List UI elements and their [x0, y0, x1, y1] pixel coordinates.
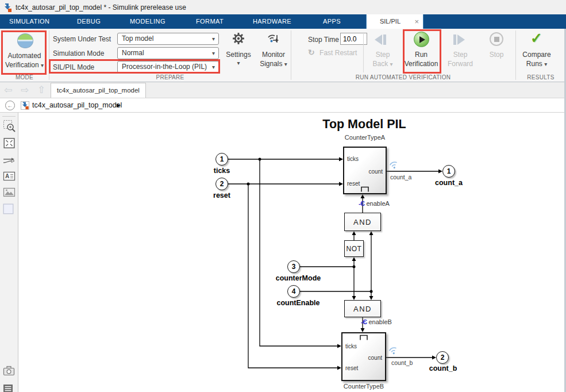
nav-back-icon[interactable]: ⇦ [4, 82, 12, 98]
inport-ticks[interactable]: 1 [215, 153, 228, 166]
signal-count-a-label: count_a [390, 174, 411, 180]
inport-countermode-label: counterMode [261, 274, 336, 282]
signal-enable-b-label: -ЄenableB [361, 318, 392, 325]
simulation-mode-select[interactable]: Normal ▾ [117, 47, 219, 59]
signal-count-b-label: count_b [391, 359, 413, 366]
inport-reset-label: reset [184, 191, 259, 199]
counter-b-block[interactable]: ticks count reset [341, 332, 386, 381]
signal-enable-a-label: -ЄenableA [359, 200, 390, 207]
image-icon[interactable] [3, 187, 16, 197]
ribbon-tab-bar: SIMULATION DEBUG MODELING FORMAT HARDWAR… [0, 14, 566, 29]
step-back-label1: Step [367, 51, 399, 59]
step-forward-label2: Forward [442, 60, 478, 68]
title-bar: tc4x_autosar_pil_top_model * - Simulink … [0, 0, 566, 14]
and-gate-a[interactable]: AND [344, 213, 381, 231]
outport-count-b[interactable]: 2 [436, 351, 449, 364]
caret-down-icon: ▾ [212, 48, 215, 59]
highlight-silpil-mode [49, 59, 220, 74]
compare-runs-label2: Runs ▾ [518, 60, 556, 68]
gear-icon [232, 32, 245, 45]
model-badge-icon [21, 101, 29, 110]
collapse-browser-icon[interactable]: ← [5, 101, 15, 110]
caret-down-icon: ▾ [544, 61, 547, 67]
nav-forward-icon[interactable]: ⇨ [21, 82, 29, 98]
ribbon-tab-format[interactable]: FORMAT [196, 14, 224, 29]
stop-time-label: Stop Time [308, 34, 339, 45]
signal-lines-icon[interactable] [3, 156, 16, 166]
stop-icon [490, 32, 503, 46]
window-title: tc4x_autosar_pil_top_model * - Simulink … [16, 3, 186, 11]
model-canvas[interactable]: Top Model PIL CounterTypeA ticks count r… [18, 113, 566, 392]
nav-up-icon[interactable]: ⇧ [37, 82, 45, 98]
step-back-label2: Back ▾ [367, 60, 399, 68]
signal-monitor-icon [390, 162, 398, 169]
section-run: RUN AUTOMATED VERIFICATION [291, 74, 515, 80]
resolve-signal-icon: -Є [361, 318, 367, 325]
ribbon-tab-hardware[interactable]: HARDWARE [253, 14, 291, 29]
zoom-region-icon[interactable] [3, 120, 16, 133]
step-back-button[interactable]: Step Back ▾ [367, 29, 399, 74]
signal-monitor-icon [389, 347, 398, 355]
counter-b-reset-pin: reset [345, 365, 358, 371]
toolstrip: Automated Verification ▾ MODE System Und… [0, 29, 566, 82]
compare-runs-label1: Compare [518, 51, 556, 59]
area-icon[interactable] [3, 203, 14, 215]
caret-down-icon: ▾ [212, 33, 215, 44]
counter-b-name: CounterTypeB [344, 383, 384, 390]
and-gate-b[interactable]: AND [344, 300, 381, 317]
document-tab[interactable]: tc4x_autosar_pil_top_model [51, 83, 146, 98]
outport-count-a-label: count_a [411, 179, 486, 187]
close-tab-icon[interactable]: × [414, 14, 419, 29]
silpil-tab-label: SIL/PIL [380, 18, 401, 25]
viewmarks-icon[interactable] [3, 384, 14, 392]
monitor-label1: Monitor [256, 51, 291, 59]
section-mode: MODE [0, 74, 49, 80]
system-under-test-select[interactable]: Top model ▾ [117, 33, 219, 45]
fast-restart-button[interactable]: ↻ Fast Restart [308, 48, 357, 57]
caret-down-icon: ▾ [223, 60, 254, 66]
counter-a-ticks-pin: ticks [347, 156, 359, 162]
highlight-run-verification [403, 29, 441, 74]
counter-a-reset-pin: reset [347, 180, 360, 187]
stop-button[interactable]: Stop [482, 29, 511, 74]
fast-restart-icon: ↻ [308, 48, 315, 57]
breadcrumb-model-name[interactable]: tc4x_autosar_pil_top_model [32, 98, 122, 113]
check-icon: ✓ [530, 30, 542, 47]
ribbon-tab-modeling[interactable]: MODELING [130, 14, 165, 29]
screenshot-camera-icon[interactable] [3, 366, 15, 376]
ribbon-tab-silpil[interactable]: SIL/PIL × [366, 14, 423, 29]
fit-to-view-icon[interactable] [3, 137, 16, 149]
fast-restart-label: Fast Restart [319, 49, 357, 57]
highlight-automated-verification [1, 30, 47, 75]
breadcrumb: ← tc4x_autosar_pil_top_model ▶ [0, 98, 566, 113]
settings-button[interactable]: Settings ▾ [223, 29, 254, 74]
not-gate[interactable]: NOT [344, 240, 364, 257]
monitor-signals-button[interactable]: Monitor Signals ▾ [256, 29, 291, 74]
ribbon-tab-apps[interactable]: APPS [323, 14, 341, 29]
compare-runs-button[interactable]: ✓ Compare Runs ▾ [518, 29, 556, 74]
signal-wires [18, 113, 566, 392]
monitor-signals-icon [267, 32, 282, 45]
settings-label: Settings [223, 51, 254, 59]
step-back-icon [375, 34, 387, 45]
caret-down-icon: ▾ [390, 61, 393, 67]
caret-down-icon: ▾ [284, 61, 287, 67]
annotation-icon[interactable]: A [3, 171, 16, 181]
monitor-label2: Signals ▾ [256, 60, 291, 68]
inport-countermode[interactable]: 3 [287, 260, 300, 273]
step-forward-button[interactable]: Step Forward [442, 29, 478, 74]
ribbon-tab-simulation[interactable]: SIMULATION [9, 14, 49, 29]
inport-ticks-label: ticks [184, 167, 259, 175]
ribbon-tab-debug[interactable]: DEBUG [77, 14, 101, 29]
document-bar: ⇦ ⇨ ⇧ tc4x_autosar_pil_top_model [0, 82, 566, 98]
outport-count-a[interactable]: 1 [442, 165, 455, 178]
inport-reset[interactable]: 2 [215, 178, 228, 190]
counter-a-block[interactable]: ticks count reset [343, 147, 387, 194]
inport-countenable[interactable]: 4 [287, 285, 300, 298]
simulation-mode-label: Simulation Mode [53, 48, 104, 59]
counter-b-count-pin: count [368, 355, 382, 361]
counter-a-name: CounterTypeA [345, 134, 385, 141]
enable-port-icon [361, 186, 369, 192]
step-forward-label1: Step [442, 51, 478, 59]
breadcrumb-arrow-icon[interactable]: ▶ [117, 98, 121, 113]
